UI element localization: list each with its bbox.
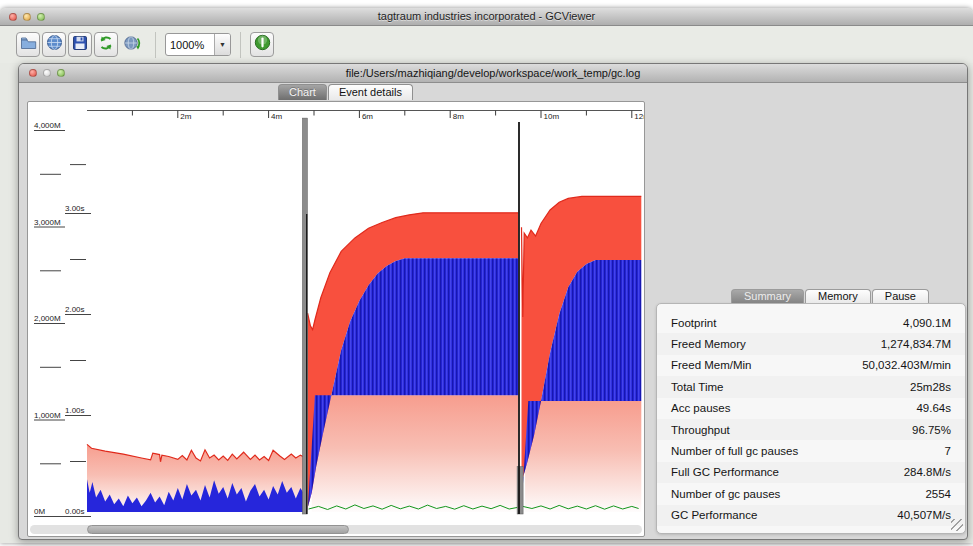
- toolbar-separator: [155, 32, 156, 58]
- svg-text:12m: 12m: [634, 112, 644, 121]
- summary-row: Number of gc pauses2554: [657, 483, 965, 504]
- summary-rows: Footprint4,090.1MFreed Memory1,274,834.7…: [657, 312, 965, 526]
- gclog-window: file:/Users/mazhiqiang/develop/workspace…: [18, 63, 968, 540]
- refresh-button[interactable]: [94, 32, 118, 57]
- summary-row-label: Footprint: [671, 317, 716, 329]
- svg-text:4m: 4m: [271, 112, 282, 121]
- window-title: tagtraum industries incorporated - GCVie…: [0, 8, 973, 25]
- svg-text:6m: 6m: [362, 112, 373, 121]
- open-url-button[interactable]: [42, 32, 66, 57]
- svg-text:0M: 0M: [34, 507, 45, 516]
- svg-text:2,000M: 2,000M: [34, 314, 61, 323]
- summary-row-value: 25m28s: [910, 381, 951, 393]
- resize-grip[interactable]: [951, 519, 963, 531]
- summary-row-label: Throughput: [671, 424, 730, 436]
- open-file-button[interactable]: [16, 32, 40, 57]
- summary-row-label: Number of full gc pauses: [671, 445, 798, 457]
- globe-icon: [46, 34, 63, 55]
- window-titlebar[interactable]: tagtraum industries incorporated - GCVie…: [0, 8, 973, 26]
- zoom-value: 1000%: [166, 39, 214, 51]
- full-gc-pause-bar-2: [517, 467, 523, 514]
- svg-text:1.00s: 1.00s: [65, 406, 85, 415]
- summary-row-label: Acc pauses: [671, 402, 730, 414]
- summary-row-label: Total Time: [671, 381, 723, 393]
- tab-pause[interactable]: Pause: [872, 289, 929, 303]
- svg-text:10m: 10m: [544, 112, 560, 121]
- summary-row-value: 49.64s: [916, 402, 951, 414]
- view-tabs: Chart Event details: [278, 84, 414, 100]
- floppy-disk-icon: [72, 35, 88, 55]
- tab-summary[interactable]: Summary: [731, 289, 804, 303]
- close-button[interactable]: [9, 13, 17, 21]
- traffic-lights: [29, 69, 65, 77]
- minimize-button[interactable]: [43, 69, 51, 77]
- summary-row-value: 284.8M/s: [904, 466, 951, 478]
- tab-memory[interactable]: Memory: [805, 289, 871, 303]
- summary-row-value: 4,090.1M: [903, 317, 951, 329]
- summary-row-value: 40,507M/s: [897, 509, 951, 521]
- svg-text:2.00s: 2.00s: [65, 305, 85, 314]
- scrollbar-thumb[interactable]: [87, 525, 349, 534]
- summary-row: Freed Memory1,274,834.7M: [657, 333, 965, 354]
- zoom-button[interactable]: [57, 69, 65, 77]
- tab-chart[interactable]: Chart: [278, 84, 327, 100]
- watch-button[interactable]: [120, 32, 144, 57]
- horizontal-scrollbar[interactable]: [30, 525, 642, 534]
- toolbar: 1000% ▼: [0, 26, 973, 63]
- svg-text:2m: 2m: [180, 112, 191, 121]
- show-data-panel-button[interactable]: [250, 32, 274, 57]
- svg-text:1,000M: 1,000M: [34, 411, 61, 420]
- summary-row: Throughput96.75%: [657, 419, 965, 440]
- summary-row: Number of full gc pauses7: [657, 440, 965, 461]
- summary-row: Total Time25m28s: [657, 376, 965, 397]
- zoom-button[interactable]: [37, 13, 45, 21]
- gcviewer-window: tagtraum industries incorporated - GCVie…: [0, 8, 973, 543]
- zoom-select[interactable]: 1000% ▼: [165, 33, 231, 56]
- minimize-button[interactable]: [23, 13, 31, 21]
- summary-row-value: 1,274,834.7M: [881, 338, 951, 350]
- gclog-titlebar[interactable]: file:/Users/mazhiqiang/develop/workspace…: [19, 64, 967, 83]
- export-button[interactable]: [68, 32, 92, 57]
- summary-row-value: 50,032.403M/min: [862, 359, 951, 371]
- summary-row-value: 7: [945, 445, 951, 457]
- screen: tagtraum industries incorporated - GCVie…: [0, 0, 973, 546]
- summary-row-label: Number of gc pauses: [671, 488, 780, 500]
- tenured-area-mid: [312, 395, 519, 512]
- chart-panel: 2m4m6m8m10m12m0M1,000M2,000M3,000M4,000M…: [27, 101, 645, 537]
- svg-text:3,000M: 3,000M: [34, 218, 61, 227]
- folder-icon: [20, 35, 37, 54]
- svg-text:0.00s: 0.00s: [65, 507, 85, 516]
- summary-row: Footprint4,090.1M: [657, 312, 965, 333]
- summary-row-label: Freed Memory: [671, 338, 746, 350]
- toolbar-separator: [240, 32, 241, 58]
- info-toggle-icon: [254, 34, 271, 55]
- traffic-lights: [9, 13, 45, 21]
- summary-row-value: 96.75%: [912, 424, 951, 436]
- summary-row: Acc pauses49.64s: [657, 398, 965, 419]
- summary-row-label: Freed Mem/Min: [671, 359, 752, 371]
- summary-row-label: Full GC Performance: [671, 466, 779, 478]
- summary-row: Full GC Performance284.8M/s: [657, 462, 965, 483]
- summary-row-label: GC Performance: [671, 509, 757, 521]
- gclog-title: file:/Users/mazhiqiang/develop/workspace…: [19, 64, 967, 82]
- close-button[interactable]: [29, 69, 37, 77]
- gc-chart: 2m4m6m8m10m12m0M1,000M2,000M3,000M4,000M…: [28, 102, 644, 536]
- svg-text:4,000M: 4,000M: [34, 121, 61, 130]
- tab-event-details[interactable]: Event details: [328, 84, 413, 100]
- summary-row-value: 2554: [925, 488, 951, 500]
- summary-row: Freed Mem/Min50,032.403M/min: [657, 355, 965, 376]
- svg-text:8m: 8m: [453, 112, 464, 121]
- refresh-icon: [98, 35, 114, 55]
- data-panel-tabs: Summary Memory Pause: [731, 289, 930, 303]
- tenured-area-right: [525, 401, 641, 512]
- svg-text:3.00s: 3.00s: [65, 204, 85, 213]
- watch-globe-icon: [123, 34, 141, 56]
- summary-row: GC Performance40,507M/s: [657, 505, 965, 526]
- chevron-down-icon[interactable]: ▼: [214, 34, 230, 55]
- summary-panel: Footprint4,090.1MFreed Memory1,274,834.7…: [656, 303, 966, 534]
